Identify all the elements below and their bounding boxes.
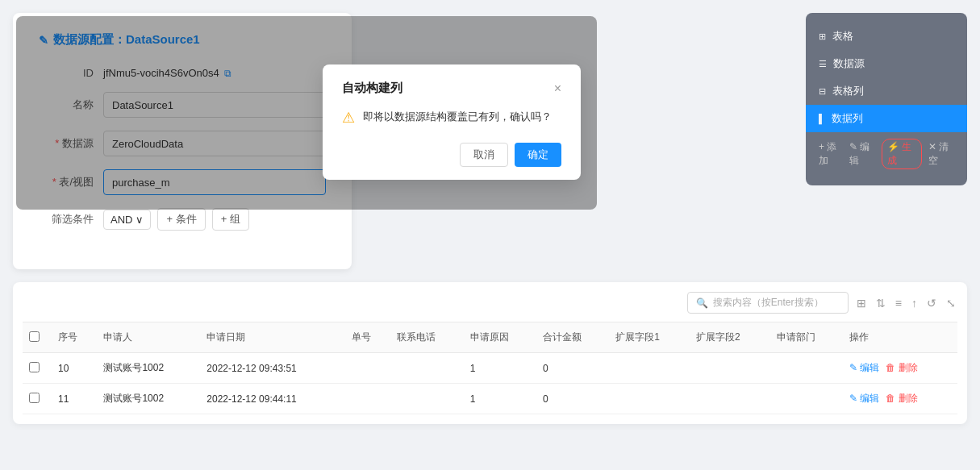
modal-box: 自动构建列 × ⚠ 即将以数据源结构覆盖已有列，确认吗？ 取消 确定: [323, 64, 581, 180]
row-reason: 1: [464, 384, 536, 414]
modal-header: 自动构建列 ×: [342, 81, 561, 96]
row-applydate: 2022-12-12 09:44:11: [200, 384, 345, 414]
add-group-button[interactable]: + 组: [212, 208, 249, 231]
cancel-button[interactable]: 取消: [460, 143, 508, 167]
action-links: ✎ 编辑 🗑 删除: [849, 361, 951, 375]
row-seq: 11: [52, 384, 97, 414]
right-panel-item-datasource[interactable]: ☰ 数据源: [806, 50, 967, 77]
table-body: 10 测试账号1002 2022-12-12 09:43:51 1 0 ✎ 编辑…: [23, 353, 957, 414]
action-links: ✎ 编辑 🗑 删除: [849, 392, 951, 406]
generate-action[interactable]: ⚡ 生成: [882, 139, 922, 169]
col-total: 合计金额: [536, 322, 609, 353]
filter-label: 筛选条件: [39, 212, 103, 227]
row-applicant: 测试账号1002: [97, 353, 200, 384]
row-actions: ✎ 编辑 🗑 删除: [843, 384, 957, 414]
row-checkbox[interactable]: [29, 393, 40, 403]
col-applydate: 申请日期: [200, 322, 345, 353]
col-applicant: 申请人: [97, 322, 200, 353]
col-ext2: 扩展字段2: [690, 322, 770, 353]
sort-icon[interactable]: ⇅: [874, 295, 887, 311]
datacolumn-label: 数据列: [832, 111, 863, 126]
table-row: 10 测试账号1002 2022-12-12 09:43:51 1 0 ✎ 编辑…: [23, 353, 957, 384]
table-toolbar: 🔍 搜索内容（按Enter搜索） ⊞ ⇅ ≡ ↑ ↺ ⤡: [23, 292, 957, 314]
table-section: 🔍 搜索内容（按Enter搜索） ⊞ ⇅ ≡ ↑ ↺ ⤡ 序号 申请人 申请日期…: [13, 282, 967, 424]
right-panel-item-table[interactable]: ⊞ 表格: [806, 23, 967, 50]
datasource-icon: ☰: [819, 59, 827, 69]
col-checkbox: [23, 322, 52, 353]
warn-icon: ⚠: [342, 109, 355, 127]
add-condition-button[interactable]: + 条件: [157, 208, 205, 231]
columns-icon[interactable]: ≡: [894, 295, 903, 311]
delete-action-link[interactable]: 🗑 删除: [886, 361, 917, 375]
edit-action[interactable]: ✎ 编辑: [849, 139, 875, 169]
edit-action-link[interactable]: ✎ 编辑: [849, 392, 879, 406]
datasource-label: 数据源: [833, 56, 865, 71]
row-orderno: [345, 353, 390, 384]
and-label: AND: [111, 214, 132, 226]
row-reason: 1: [464, 353, 536, 384]
data-table: 序号 申请人 申请日期 单号 联系电话 申请原因 合计金额 扩展字段1 扩展字段…: [23, 322, 957, 414]
row-actions: ✎ 编辑 🗑 删除: [843, 353, 957, 384]
table-row: 11 测试账号1002 2022-12-12 09:44:11 1 0 ✎ 编辑…: [23, 384, 957, 414]
row-ext2: [690, 353, 770, 384]
clear-action[interactable]: ✕ 清空: [928, 139, 954, 169]
right-panel-item-tablecolumn[interactable]: ⊟ 表格列: [806, 77, 967, 105]
right-panel-item-datacolumn[interactable]: ▌ 数据列: [806, 105, 967, 132]
filter-controls: AND ∨ + 条件 + 组: [103, 208, 249, 231]
row-orderno: [345, 384, 390, 414]
col-phone: 联系电话: [390, 322, 463, 353]
modal-title: 自动构建列: [342, 81, 402, 96]
confirm-button[interactable]: 确定: [515, 143, 561, 167]
refresh-icon[interactable]: ↺: [925, 295, 938, 311]
table-header-row: 序号 申请人 申请日期 单号 联系电话 申请原因 合计金额 扩展字段1 扩展字段…: [23, 322, 957, 353]
row-applicant: 测试账号1002: [97, 384, 200, 414]
row-phone: [390, 353, 463, 384]
filter-row: 筛选条件 AND ∨ + 条件 + 组: [39, 208, 326, 231]
row-phone: [390, 384, 463, 414]
row-dept: [770, 353, 843, 384]
search-box[interactable]: 🔍 搜索内容（按Enter搜索）: [687, 292, 849, 314]
row-ext1: [609, 384, 690, 414]
expand-icon[interactable]: ⤡: [945, 295, 957, 311]
datacolumn-icon: ▌: [819, 114, 825, 123]
delete-action-link[interactable]: 🗑 删除: [886, 392, 917, 406]
modal-footer: 取消 确定: [342, 143, 561, 167]
modal-body: ⚠ 即将以数据源结构覆盖已有列，确认吗？: [342, 109, 561, 127]
and-select[interactable]: AND ∨: [103, 210, 151, 230]
col-dept: 申请部门: [770, 322, 843, 353]
modal-overlay: 自动构建列 × ⚠ 即将以数据源结构覆盖已有列，确认吗？ 取消 确定: [323, 64, 581, 180]
search-placeholder: 搜索内容（按Enter搜索）: [713, 296, 824, 310]
edit-action-link[interactable]: ✎ 编辑: [849, 361, 879, 375]
add-action[interactable]: + 添加: [819, 139, 843, 169]
modal-close-button[interactable]: ×: [554, 81, 561, 96]
row-seq: 10: [52, 353, 97, 384]
row-checkbox[interactable]: [29, 362, 40, 372]
table-label: 表格: [832, 29, 853, 44]
row-dept: [770, 384, 843, 414]
filter-icon[interactable]: ⊞: [855, 295, 868, 311]
col-orderno: 单号: [345, 322, 390, 353]
tablecolumn-label: 表格列: [832, 84, 864, 98]
export-icon[interactable]: ↑: [910, 295, 919, 311]
right-panel-actions: + 添加 ✎ 编辑 ⚡ 生成 ✕ 清空: [806, 132, 967, 176]
row-checkbox-cell: [23, 384, 52, 414]
row-ext1: [609, 353, 690, 384]
row-total: 0: [536, 384, 609, 414]
col-action: 操作: [843, 322, 957, 353]
col-seq: 序号: [52, 322, 97, 353]
right-panel: ⊞ 表格 ☰ 数据源 ⊟ 表格列 ▌ 数据列 + 添加 ✎ 编辑 ⚡ 生成 ✕ …: [806, 13, 967, 185]
row-checkbox-cell: [23, 353, 52, 384]
select-all-checkbox[interactable]: [29, 331, 40, 342]
col-ext1: 扩展字段1: [609, 322, 690, 353]
row-ext2: [690, 384, 770, 414]
modal-message: 即将以数据源结构覆盖已有列，确认吗？: [363, 109, 552, 125]
col-reason: 申请原因: [464, 322, 536, 353]
table-icon: ⊞: [819, 31, 826, 42]
and-chevron: ∨: [136, 214, 144, 226]
row-applydate: 2022-12-12 09:43:51: [200, 353, 345, 384]
tablecolumn-icon: ⊟: [819, 86, 826, 97]
search-icon: 🔍: [696, 297, 708, 309]
row-total: 0: [536, 353, 609, 384]
